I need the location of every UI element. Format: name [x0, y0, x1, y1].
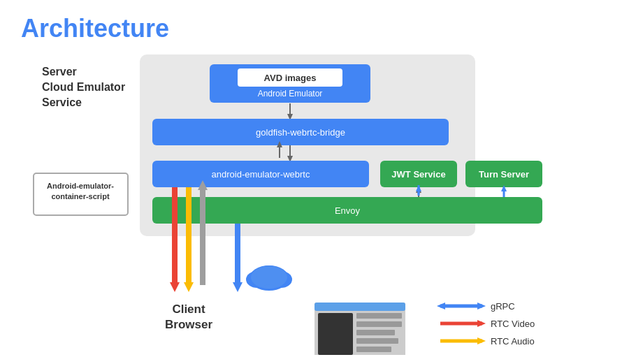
- cloud-highlight: [251, 266, 287, 289]
- rtc-video-arrow-head: [170, 282, 180, 292]
- service-label: Service: [42, 96, 82, 108]
- legend-grpc-arrow-left: [437, 303, 445, 310]
- browser-thumb-content1: [318, 313, 353, 355]
- browser-thumb-line4: [356, 338, 398, 344]
- cloud-emulator-label: Cloud Emulator: [42, 81, 125, 93]
- server-label: Server: [42, 66, 77, 78]
- avd-images-text: AVD images: [264, 73, 317, 83]
- grpc-down-arrow-head: [233, 282, 243, 292]
- jwt-service-text: JWT Service: [391, 169, 445, 180]
- architecture-diagram: Server Cloud Emulator Service Android-em…: [21, 54, 622, 355]
- legend-grpc-text: gRPC: [491, 301, 515, 312]
- legend-rtcaudio-arrow: [477, 337, 486, 344]
- container-script-label-1: Android-emulator-: [47, 182, 114, 190]
- goldfish-bridge-text: goldfish-webrtc-bridge: [256, 127, 345, 138]
- legend-grpc-arrow-right: [477, 303, 486, 310]
- client-browser-label-2: Browser: [165, 318, 212, 331]
- turn-server-text: Turn Server: [479, 169, 529, 180]
- legend-rtcvideo-arrow: [477, 320, 486, 327]
- envoy-text: Envoy: [335, 205, 361, 216]
- android-webrtc-text: android-emulator-webrtc: [212, 169, 310, 180]
- browser-thumb-bar: [314, 303, 405, 311]
- browser-thumb-line1: [356, 313, 402, 319]
- rtc-audio-arrow-head: [184, 282, 194, 292]
- legend-rtcvideo-text: RTC Video: [491, 319, 535, 329]
- container-script-label-2: container-script: [51, 192, 109, 201]
- browser-thumb-line2: [356, 321, 402, 327]
- browser-thumb-line3: [356, 330, 395, 335]
- page-title: Architecture: [21, 14, 608, 43]
- page: Architecture Server Cloud Emulator Servi…: [0, 0, 629, 364]
- browser-thumb-line5: [356, 347, 391, 352]
- android-emulator-text: Android Emulator: [258, 89, 323, 99]
- legend-rtcaudio-text: RTC Audio: [491, 336, 535, 347]
- client-browser-label-1: Client: [172, 303, 205, 316]
- legend-rtcdata-text: RTC Data Channel: [491, 354, 567, 355]
